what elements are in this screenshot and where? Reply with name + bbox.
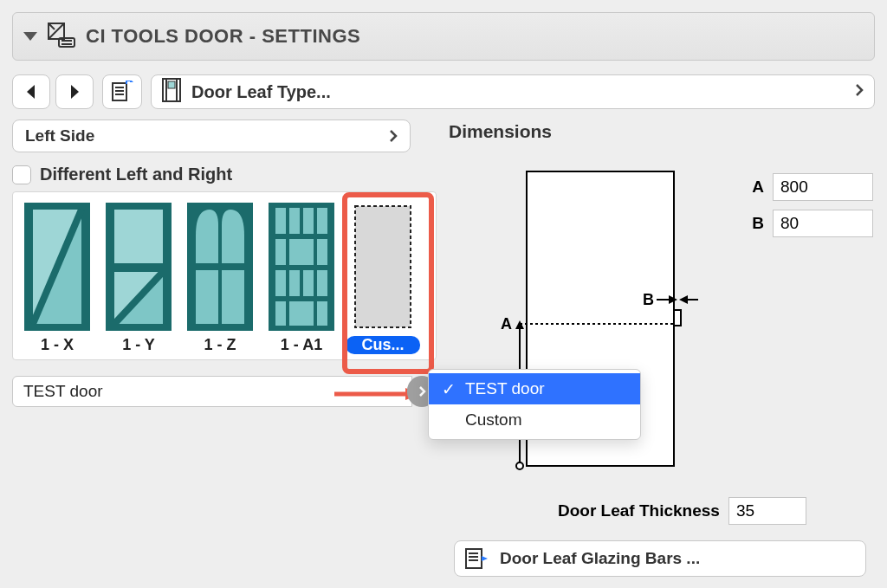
svg-rect-30 [275,208,286,234]
thickness-input[interactable]: 35 [728,497,806,525]
list-arrow-icon [465,547,488,570]
different-lr-checkbox[interactable] [12,165,31,184]
door-style-1-z[interactable]: 1 - Z [183,201,257,354]
thickness-label: Door Leaf Thickness [558,501,720,520]
different-lr-label: Different Left and Right [40,165,232,184]
svg-rect-40 [317,270,327,296]
svg-rect-27 [196,270,218,324]
svg-rect-31 [289,208,300,234]
svg-marker-63 [482,556,488,561]
dimensions-diagram: B A [475,163,709,492]
svg-rect-53 [674,310,681,326]
check-icon: ✓ [441,379,456,399]
page-list-button[interactable] [102,74,142,109]
door-style-label: 1 - Y [101,336,176,354]
svg-rect-21 [114,210,163,263]
dim-a-label: A [748,178,764,197]
panel-header[interactable]: CI TOOLS DOOR - SETTINGS [12,12,875,61]
door-style-1-a1[interactable]: 1 - A1 [264,201,339,354]
svg-text:A: A [501,315,512,333]
svg-rect-32 [303,208,314,234]
door-style-custom[interactable]: Cus... [346,201,420,354]
door-leaf-type-selector[interactable]: Door Leaf Type... [151,74,875,109]
nav-next-button[interactable] [55,74,94,109]
svg-rect-33 [317,208,327,234]
svg-marker-7 [71,85,79,99]
chevron-right-icon [855,83,864,100]
svg-rect-42 [289,301,314,326]
nav-prev-button[interactable] [12,74,50,109]
svg-rect-44 [355,206,411,327]
svg-rect-34 [275,239,286,265]
svg-rect-43 [317,301,327,326]
dimensions-heading: Dimensions [449,121,875,142]
dim-a-input[interactable]: 800 [773,173,873,201]
svg-rect-59 [466,549,482,568]
svg-line-2 [49,23,55,29]
svg-rect-38 [289,270,300,296]
dim-b-label: B [748,214,764,233]
door-leaf-type-label: Door Leaf Type... [191,82,845,102]
menu-item-custom[interactable]: Custom [429,404,640,436]
panel-title: CI TOOLS DOOR - SETTINGS [86,25,360,48]
door-style-label: 1 - A1 [264,336,339,354]
side-selector[interactable]: Left Side [12,120,411,152]
door-style-1-x[interactable]: 1 - X [20,201,94,354]
door-style-label: Cus... [346,336,420,354]
glazing-bars-button[interactable]: Door Leaf Glazing Bars ... [454,540,866,577]
side-selector-label: Left Side [25,126,94,145]
svg-rect-15 [168,81,175,88]
svg-rect-35 [289,239,314,265]
collapse-triangle-icon[interactable] [23,32,37,41]
menu-item-test-door[interactable]: ✓ TEST door [429,373,640,404]
door-style-label: 1 - X [20,336,94,354]
svg-marker-52 [679,295,688,304]
svg-point-57 [516,462,523,469]
door-style-1-y[interactable]: 1 - Y [101,201,176,354]
svg-rect-41 [275,301,286,326]
svg-marker-12 [130,81,133,82]
svg-rect-36 [317,239,327,265]
chevron-right-icon [389,129,398,143]
door-style-gallery: 1 - X 1 - Y 1 - Z [12,191,437,360]
glazing-bars-label: Door Leaf Glazing Bars ... [500,549,700,568]
custom-door-dropdown-menu: ✓ TEST door Custom [428,369,641,440]
dim-b-input[interactable]: 80 [773,210,873,237]
svg-text:B: B [643,291,654,308]
svg-rect-28 [222,270,244,324]
svg-rect-39 [303,270,314,296]
svg-rect-37 [275,270,286,296]
door-style-label: 1 - Z [183,336,257,354]
custom-door-name-field[interactable]: TEST door [12,376,412,407]
door-icon [162,78,181,106]
settings-graph-icon [48,21,75,52]
svg-marker-6 [27,85,35,99]
